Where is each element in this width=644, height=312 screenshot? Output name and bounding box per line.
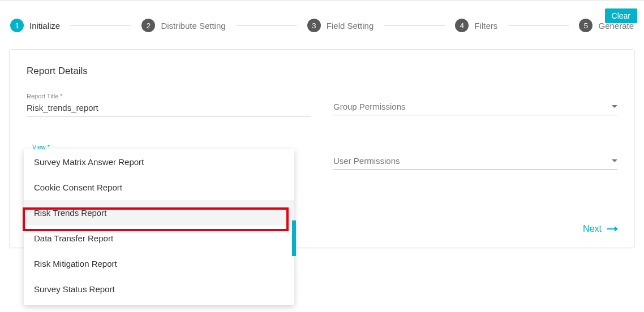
step-connector — [236, 25, 297, 26]
card-title: Report Details — [27, 66, 617, 77]
step-number: 2 — [141, 19, 155, 32]
step-label: Distribute Setting — [161, 21, 225, 31]
view-option[interactable]: Survey Status Report — [24, 276, 294, 302]
scrollbar-thumb[interactable] — [292, 220, 296, 256]
step-number: 5 — [579, 19, 593, 32]
step-number: 3 — [307, 19, 321, 32]
step-label: Filters — [474, 21, 497, 31]
view-dropdown-popup: Survey Matrix Answer Report Cookie Conse… — [24, 149, 294, 305]
report-title-col: Report Title * — [27, 94, 311, 116]
chevron-down-icon — [612, 159, 617, 162]
view-option[interactable]: Cookie Consent Report — [24, 175, 294, 200]
step-connector — [70, 25, 131, 26]
user-permissions-label: User Permissions — [333, 156, 400, 166]
group-permissions-label: Group Permissions — [333, 102, 406, 111]
step-number: 4 — [455, 19, 469, 32]
view-option[interactable]: Data Transfer Report — [24, 226, 294, 251]
report-title-input[interactable] — [27, 101, 311, 116]
step-label: Initialize — [29, 21, 60, 31]
view-option[interactable]: Survey Matrix Answer Report — [24, 149, 294, 175]
view-option[interactable]: Risk Mitigation Report — [24, 251, 294, 276]
step-connector — [384, 25, 445, 26]
step-label: Field Setting — [327, 21, 373, 31]
step-filters[interactable]: 4 Filters — [455, 19, 497, 32]
page-root: Clear 1 Initialize 2 Distribute Setting … — [0, 0, 644, 312]
user-permissions-col: User Permissions — [333, 148, 617, 170]
group-permissions-select[interactable]: Group Permissions — [333, 94, 617, 115]
step-initialize[interactable]: 1 Initialize — [10, 19, 60, 32]
form-row-1: Report Title * Group Permissions — [27, 94, 617, 116]
group-permissions-col: Group Permissions — [333, 94, 617, 116]
next-button[interactable]: Next — [583, 224, 617, 234]
step-field-setting[interactable]: 3 Field Setting — [307, 19, 373, 32]
view-option-risk-trends[interactable]: Risk Trends Report — [24, 200, 294, 226]
step-number: 1 — [10, 19, 24, 32]
next-label: Next — [583, 224, 602, 234]
report-title-label: Report Title * — [27, 93, 63, 99]
report-title-field: Report Title * — [27, 94, 311, 116]
step-connector — [508, 25, 569, 26]
user-permissions-select[interactable]: User Permissions — [333, 148, 617, 170]
step-distribute-setting[interactable]: 2 Distribute Setting — [141, 19, 225, 32]
chevron-down-icon — [612, 105, 617, 108]
stepper: 1 Initialize 2 Distribute Setting 3 Fiel… — [0, 5, 644, 49]
arrow-right-icon — [607, 228, 617, 229]
clear-button[interactable]: Clear — [605, 8, 637, 23]
